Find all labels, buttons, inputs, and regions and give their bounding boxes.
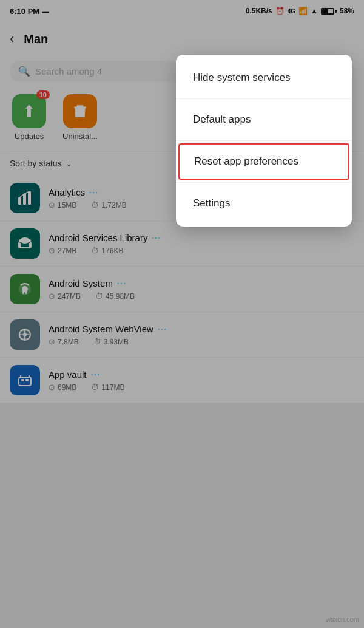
menu-divider-2	[176, 140, 352, 141]
dropdown-menu: Hide system services Default apps Reset …	[176, 55, 352, 227]
menu-divider-1	[176, 98, 352, 99]
menu-divider-3	[176, 182, 352, 183]
menu-item-default-apps[interactable]: Default apps	[176, 101, 352, 138]
menu-item-hide-system[interactable]: Hide system services	[176, 60, 352, 96]
menu-item-reset-prefs[interactable]: Reset app preferences	[178, 143, 349, 180]
menu-item-settings[interactable]: Settings	[176, 185, 352, 222]
